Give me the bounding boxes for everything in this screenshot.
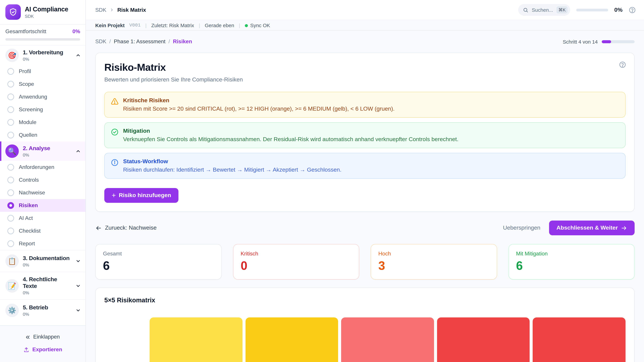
sidebar-item-module[interactable]: Module bbox=[0, 116, 86, 129]
back-button[interactable]: Zurueck: Nachweise bbox=[95, 225, 157, 231]
matrix-row bbox=[150, 318, 626, 362]
sidebar-footer: « Einklappen Exportieren bbox=[0, 326, 86, 362]
topbar-progress-bar bbox=[576, 8, 608, 11]
sidebar-item-profil[interactable]: Profil bbox=[0, 65, 86, 78]
page-breadcrumb: SDK / Phase 1: Assessment / Risiken bbox=[95, 38, 192, 44]
step-label: Schritt 4 von 14 bbox=[563, 39, 598, 44]
app-title: AI Compliance bbox=[25, 5, 68, 13]
stat-card-gesamt: Gesamt 6 bbox=[95, 244, 222, 280]
search-placeholder: Suchen... bbox=[532, 7, 553, 13]
check-circle-icon bbox=[111, 128, 119, 143]
search-icon bbox=[523, 7, 528, 12]
version-badge: V001 bbox=[129, 22, 140, 28]
sidebar-section-analyse[interactable]: 🔍 2. Analyse 0% bbox=[0, 141, 86, 161]
page-breadcrumb-phase[interactable]: Phase 1: Assessment bbox=[114, 38, 166, 44]
radio-icon bbox=[8, 119, 14, 126]
sidebar-item-anwendung[interactable]: Anwendung bbox=[0, 90, 86, 103]
radio-icon bbox=[8, 81, 14, 87]
sidebar-item-checklist[interactable]: Checklist bbox=[0, 225, 86, 237]
callout-status-workflow: Status-Workflow Risiken durchlaufen: Ide… bbox=[104, 153, 626, 179]
chevron-right-icon bbox=[110, 8, 114, 12]
chevron-down-icon bbox=[76, 308, 81, 313]
stat-card-mit-mitigation: Mit Mitigation 6 bbox=[508, 244, 634, 280]
target-icon: 🎯 bbox=[5, 49, 19, 62]
overall-progress-bar bbox=[5, 38, 80, 40]
radio-icon bbox=[8, 93, 14, 100]
shield-check-icon bbox=[5, 4, 21, 20]
sidebar-section-rechtliche-texte[interactable]: 📝 4. Rechtliche Texte 0% bbox=[0, 272, 86, 299]
sidebar-nav: 🎯 1. Vorbereitung 0% Profil Scope Anwen bbox=[0, 45, 86, 326]
arrow-left-icon bbox=[95, 225, 102, 231]
status-bar: Kein Projekt V001 | Zuletzt: Risk Matrix… bbox=[86, 20, 644, 30]
radio-checked-icon bbox=[8, 202, 14, 209]
app-window: AI Compliance SDK Gesamtfortschritt 0% 🎯… bbox=[0, 0, 644, 362]
keyboard-shortcut-badge: ⌘K bbox=[556, 6, 568, 13]
clipboard-icon: 📋 bbox=[5, 254, 19, 268]
risk-matrix-grid-card: 5×5 Risikomatrix bbox=[95, 288, 634, 362]
radio-icon bbox=[8, 189, 14, 196]
sidebar-item-controls[interactable]: Controls bbox=[0, 174, 86, 186]
app-subtitle: SDK bbox=[25, 13, 68, 18]
stat-card-kritisch: Kritisch 0 bbox=[233, 244, 359, 280]
page-breadcrumb-current: Risiken bbox=[173, 38, 192, 44]
add-risk-button[interactable]: + Risiko hinzufuegen bbox=[104, 188, 178, 203]
radio-icon bbox=[8, 177, 14, 183]
matrix-cell[interactable] bbox=[150, 318, 242, 362]
radio-icon bbox=[8, 132, 14, 138]
risk-matrix-card: Risiko-Matrix Bewerten und priorisieren … bbox=[95, 53, 634, 212]
topbar-progress-value: 0% bbox=[614, 6, 622, 13]
overall-progress: Gesamtfortschritt 0% bbox=[0, 24, 86, 45]
sidebar-item-nachweise[interactable]: Nachweise bbox=[0, 186, 86, 199]
sidebar-item-screening[interactable]: Screening bbox=[0, 103, 86, 116]
stat-card-hoch: Hoch 3 bbox=[371, 244, 497, 280]
radio-icon bbox=[8, 228, 14, 234]
sidebar-section-dokumentation[interactable]: 📋 3. Dokumentation 0% bbox=[0, 250, 86, 272]
info-circle-icon bbox=[111, 159, 119, 173]
search-input[interactable]: Suchen... ⌘K bbox=[518, 4, 570, 16]
export-button[interactable]: Exportieren bbox=[0, 343, 86, 356]
radio-icon bbox=[8, 164, 14, 171]
sidebar-item-anforderungen[interactable]: Anforderungen bbox=[0, 161, 86, 174]
collapse-sidebar-button[interactable]: « Einklappen bbox=[0, 331, 86, 343]
sidebar-item-quellen[interactable]: Quellen bbox=[0, 129, 86, 141]
topbar: SDK Risk Matrix Suchen... ⌘K 0% bbox=[86, 0, 644, 20]
skip-button[interactable]: Ueberspringen bbox=[503, 225, 540, 231]
chevron-down-icon bbox=[76, 258, 81, 264]
last-saved-time: Gerade eben bbox=[205, 22, 234, 28]
project-label: Kein Projekt bbox=[95, 22, 124, 28]
sidebar-section-vorbereitung[interactable]: 🎯 1. Vorbereitung 0% bbox=[0, 45, 86, 65]
sidebar-item-risiken[interactable]: Risiken bbox=[0, 199, 86, 212]
chevron-up-icon bbox=[76, 148, 81, 154]
sidebar-item-scope[interactable]: Scope bbox=[0, 78, 86, 90]
matrix-cell[interactable] bbox=[341, 318, 434, 362]
matrix-cell[interactable] bbox=[437, 318, 530, 362]
main-area: SDK Risk Matrix Suchen... ⌘K 0% bbox=[86, 0, 644, 362]
overall-progress-label: Gesamtfortschritt bbox=[5, 28, 46, 34]
callout-mitigation: Mitigation Verknuepfen Sie Controls als … bbox=[104, 122, 626, 148]
memo-pencil-icon: 📝 bbox=[5, 279, 19, 293]
chevron-down-icon bbox=[76, 283, 81, 289]
stats-row: Gesamt 6 Kritisch 0 Hoch 3 Mit Mitigatio… bbox=[95, 244, 634, 280]
warning-triangle-icon bbox=[111, 97, 119, 112]
sidebar-item-ai-act[interactable]: AI Act bbox=[0, 212, 86, 225]
sidebar-item-report[interactable]: Report bbox=[0, 237, 86, 250]
card-help-icon[interactable] bbox=[619, 61, 626, 68]
sync-ok-dot bbox=[245, 24, 248, 27]
gear-icon: ⚙️ bbox=[5, 304, 19, 317]
sidebar-section-betrieb[interactable]: ⚙️ 5. Betrieb 0% bbox=[0, 299, 86, 321]
magnifier-icon: 🔍 bbox=[5, 144, 19, 158]
matrix-cell[interactable] bbox=[533, 318, 626, 362]
callout-critical-risks: Kritische Risiken Risiken mit Score >= 2… bbox=[104, 92, 626, 118]
step-progress: Schritt 4 von 14 bbox=[563, 39, 634, 44]
page-breadcrumb-root[interactable]: SDK bbox=[95, 38, 106, 44]
breadcrumb-root[interactable]: SDK bbox=[95, 7, 106, 13]
matrix-cell[interactable] bbox=[245, 318, 338, 362]
matrix-title: 5×5 Risikomatrix bbox=[104, 297, 626, 304]
finish-next-button[interactable]: Abschliessen & Weiter bbox=[549, 221, 634, 235]
page-content: SDK / Phase 1: Assessment / Risiken Schr… bbox=[86, 30, 644, 362]
plus-icon: + bbox=[112, 193, 116, 198]
page-title: Risiko-Matrix bbox=[104, 62, 626, 73]
help-icon[interactable] bbox=[628, 6, 636, 13]
last-step-label: Zuletzt: Risk Matrix bbox=[151, 22, 194, 28]
radio-icon bbox=[8, 68, 14, 75]
